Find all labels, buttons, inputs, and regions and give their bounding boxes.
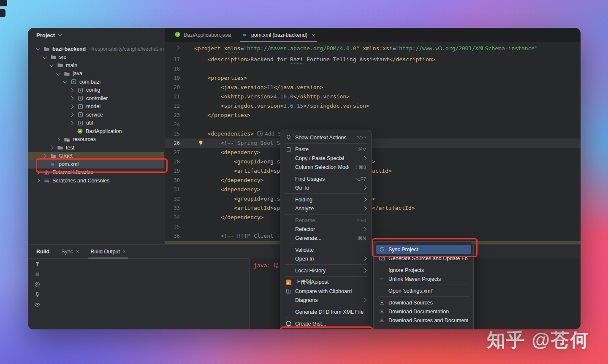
code-line-24[interactable]: 24 <box>165 120 581 129</box>
chevron-right-icon <box>363 227 367 231</box>
blank <box>285 185 293 191</box>
tree-item-src[interactable]: src <box>28 53 164 62</box>
stop-icon[interactable] <box>34 271 41 278</box>
context-menu-item-analyze[interactable]: Analyze <box>280 204 371 213</box>
chevron-right-icon[interactable] <box>70 96 74 101</box>
chevron-right-icon[interactable] <box>49 146 54 150</box>
eye-icon[interactable] <box>34 302 41 308</box>
tree-item-scratches-and-consoles[interactable]: Scratches and Consoles <box>28 177 164 185</box>
chevron-right-icon[interactable] <box>70 113 74 117</box>
code-line-30[interactable]: 30 </dependency> <box>165 176 581 185</box>
code-line-34[interactable]: 34 </dependency> <box>165 213 581 222</box>
context-menu-item-show-context-actions[interactable]: Show Context Actions⌥↩ <box>280 133 371 142</box>
build-tab-build-output[interactable]: Build Output× <box>91 244 126 258</box>
maven-submenu-item-download-sources[interactable]: Download Sources <box>374 298 473 307</box>
maven-submenu-item-ignore-projects[interactable]: Ignore Projects <box>374 266 473 274</box>
chevron-down-icon[interactable] <box>56 71 60 76</box>
package-icon <box>77 87 84 93</box>
close-icon[interactable]: × <box>123 249 126 255</box>
maven-submenu-item-open-settings-xml[interactable]: Open 'settings.xml' <box>374 286 473 295</box>
maven-submenu-item-unlink-maven-projects[interactable]: Unlink Maven Projects <box>374 274 473 283</box>
chevron-down-icon[interactable] <box>49 63 54 67</box>
menu-separator <box>285 193 367 194</box>
close-icon[interactable]: × <box>76 249 79 255</box>
context-menu-item-find-usages[interactable]: Find Usages⌥F7 <box>280 174 371 183</box>
code-line-2[interactable]: 2<project xmlns="http://maven.apache.org… <box>165 44 581 53</box>
chevron-down-icon[interactable] <box>43 55 47 59</box>
code-line-20[interactable]: 20 <java.version>11</java.version> <box>165 83 581 92</box>
hammer-icon[interactable] <box>34 261 41 268</box>
maven-submenu-item-download-sources-and-documentation[interactable]: Download Sources and Documentation <box>374 316 473 325</box>
code-line-21[interactable]: 21 <okhttp.version>4.10.0</okhttp.versio… <box>165 92 581 101</box>
tree-item-baziapplication[interactable]: BaziApplication <box>28 127 164 136</box>
context-menu-item-copy-paste-special[interactable]: Copy / Paste Special <box>280 154 371 163</box>
project-panel-header[interactable]: Project <box>28 28 165 42</box>
chevron-down-icon[interactable] <box>36 46 40 51</box>
menu-item-label: Compare with Clipboard <box>295 288 366 294</box>
code-line-23[interactable]: 23 </properties> <box>165 111 581 120</box>
code-line-25[interactable]: 25 <dependencies>Add St <box>165 129 581 139</box>
settings-icon[interactable] <box>34 281 41 288</box>
chevron-right-icon[interactable] <box>70 88 74 92</box>
chevron-right-icon <box>363 156 367 160</box>
context-menu-item-folding[interactable]: Folding <box>280 195 371 204</box>
code-line-35[interactable]: 35 <box>165 222 581 231</box>
build-tab-label: Build Output <box>91 249 120 255</box>
context-menu-item-generate-dtd-from-xml-file[interactable]: Generate DTD from XML File <box>280 307 371 316</box>
context-menu-item-diagrams[interactable]: Diagrams <box>280 296 371 304</box>
chevron-right-icon <box>363 257 367 261</box>
chevron-right-icon[interactable] <box>43 154 47 158</box>
chevron-down-icon <box>58 32 62 36</box>
chevron-right-icon[interactable] <box>70 104 74 109</box>
tab-pom-xml-bazi-backend[interactable]: mpom.xml (bazi-backend)× <box>236 28 320 42</box>
context-menu-item-column-selection-mode[interactable]: Column Selection Mode⇧⌘8 <box>280 163 371 171</box>
tree-item-test[interactable]: test <box>28 144 164 152</box>
tab-baziapplication-java[interactable]: BaziApplication.java <box>169 28 236 42</box>
code-line-32[interactable]: 32 <groupId>org.sd> <box>165 194 581 204</box>
tree-item-main[interactable]: main <box>28 61 164 70</box>
tree-item-util[interactable]: util <box>28 119 164 128</box>
context-menu-item-compare-with-clipboard[interactable]: Compare with Clipboard <box>280 287 371 296</box>
chevron-right-icon[interactable] <box>56 137 60 141</box>
code-line-27[interactable]: 27 <dependency> <box>165 148 581 157</box>
context-menu-item-validate[interactable]: Validate <box>280 245 371 254</box>
tree-item-service[interactable]: service <box>28 111 164 119</box>
chevron-right-icon <box>363 298 367 302</box>
context-menu-item-go-to[interactable]: Go To <box>280 183 371 192</box>
chevron-down-icon[interactable] <box>63 79 67 84</box>
context-menu-item-refactor[interactable]: Refactor <box>280 225 371 234</box>
close-icon[interactable]: × <box>312 32 315 38</box>
context-menu-item-local-history[interactable]: Local History <box>280 266 371 275</box>
tree-item-model[interactable]: model <box>28 103 164 111</box>
code-line-33[interactable]: 33 <artifactId>spn</artifactId> <box>165 204 581 213</box>
context-menu-item-open-in[interactable]: Open In <box>280 254 371 263</box>
context-menu-item-paste[interactable]: Paste⌘V <box>280 145 371 154</box>
code-line-17[interactable]: 17 <description>Backend for Bazi Fortune… <box>165 55 581 64</box>
code-text: <okhttp.version>4.10.0</okhttp.version> <box>194 92 350 101</box>
maven-submenu-item-download-documentation[interactable]: Download Documentation <box>374 307 473 316</box>
tree-item-com-bazi[interactable]: com.bazi <box>28 78 164 86</box>
context-menu-item-上传到apipost[interactable]: a上传到Apipost <box>280 278 371 287</box>
code-line-19[interactable]: 19 <properties> <box>165 73 581 83</box>
code-line-22[interactable]: 22 <springdoc.version>1.6.15</springdoc.… <box>165 101 581 111</box>
scratches-icon <box>43 177 50 184</box>
code-line-28[interactable]: 28 <groupId>org.sd> <box>165 157 581 166</box>
tree-item-resources[interactable]: resources <box>28 136 164 144</box>
chevron-right-icon[interactable] <box>36 179 40 183</box>
code-line-31[interactable]: 31 <dependency> <box>165 185 581 194</box>
context-menu-item-generate[interactable]: Generate...⌘N <box>280 234 371 242</box>
code-editor[interactable]: 2<project xmlns="http://maven.apache.org… <box>165 42 581 244</box>
tree-item-config[interactable]: config <box>28 86 164 95</box>
tree-item-bazi-backend[interactable]: bazi-backend~/responsibility/canghe/wech… <box>28 45 164 53</box>
code-line-18[interactable]: 18 <box>165 64 581 73</box>
pin-icon[interactable] <box>34 291 41 298</box>
chevron-right-icon[interactable] <box>70 121 74 125</box>
tree-item-controller[interactable]: controller <box>28 94 164 103</box>
code-text: <springdoc.version>1.6.15</springdoc.ver… <box>194 101 369 111</box>
tree-item-java[interactable]: java <box>28 70 164 78</box>
code-line-29[interactable]: 29 <artifactId>spfactId> <box>165 166 581 176</box>
build-tab-sync[interactable]: Sync× <box>61 244 79 258</box>
menu-item-shortcut: ⌘V <box>358 147 366 152</box>
code-text: <dependency> <box>194 148 261 157</box>
code-line-26[interactable]: 26 <!-- Spring Boot S <box>165 139 581 148</box>
